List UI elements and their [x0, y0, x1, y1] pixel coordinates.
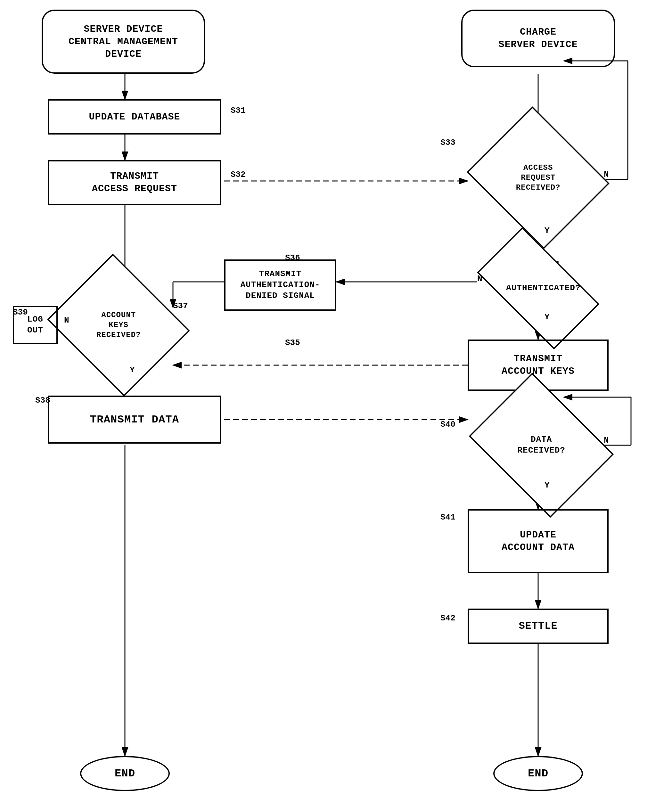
update-db-label: UPDATE DATABASE [89, 111, 180, 123]
transmit-data-node: TRANSMIT DATA [48, 395, 221, 444]
authenticated-label: AUTHENTICATED? [506, 283, 570, 294]
transmit-auth-denied-label: TRANSMIT AUTHENTICATION- DENIED SIGNAL [240, 269, 320, 301]
transmit-access-label: TRANSMIT ACCESS REQUEST [92, 170, 177, 195]
s40-label: S40 [440, 419, 455, 429]
update-account-data-label: UPDATE ACCOUNT DATA [502, 529, 575, 554]
y1-label: Y [545, 226, 550, 236]
n4-label: N [604, 436, 609, 445]
end-right-label: END [528, 767, 548, 780]
data-received-diamond: DATA RECEIVED? [469, 373, 614, 518]
n3-label: N [64, 316, 69, 325]
transmit-account-keys-label: TRANSMIT ACCOUNT KEYS [502, 353, 575, 378]
transmit-data-label: TRANSMIT DATA [90, 412, 179, 427]
account-keys-diamond: ACCOUNT KEYS RECEIVED? [47, 254, 190, 396]
y2-label: Y [545, 312, 550, 322]
transmit-access-node: TRANSMIT ACCESS REQUEST [48, 160, 221, 205]
n2-label: N [477, 274, 482, 283]
end-left-label: END [115, 767, 135, 780]
s37-label: S37 [173, 301, 188, 311]
authenticated-diamond: AUTHENTICATED? [477, 227, 599, 350]
s31-label: S31 [231, 106, 246, 115]
charge-server-label: CHARGE SERVER DEVICE [498, 26, 577, 51]
charge-server-node: CHARGE SERVER DEVICE [461, 10, 615, 67]
y3-label: Y [130, 365, 135, 375]
access-request-diamond: ACCESS REQUEST RECEIVED? [467, 106, 609, 249]
update-account-data-node: UPDATE ACCOUNT DATA [468, 509, 609, 573]
s35-label: S35 [285, 338, 300, 348]
server-device-label: SERVER DEVICE CENTRAL MANAGEMENT DEVICE [68, 23, 178, 61]
n1-label: N [604, 170, 609, 179]
data-received-label: DATA RECEIVED? [509, 434, 574, 456]
server-device-node: SERVER DEVICE CENTRAL MANAGEMENT DEVICE [42, 10, 205, 74]
s32-label: S32 [231, 170, 246, 179]
s41-label: S41 [440, 512, 455, 522]
update-db-node: UPDATE DATABASE [48, 99, 221, 134]
settle-label: SETTLE [519, 619, 557, 633]
access-request-label: ACCESS REQUEST RECEIVED? [506, 163, 570, 193]
y4-label: Y [545, 480, 550, 490]
s42-label: S42 [440, 613, 455, 623]
log-out-node: LOG OUT [13, 306, 58, 344]
end-left-node: END [80, 756, 170, 791]
transmit-auth-denied-node: TRANSMIT AUTHENTICATION- DENIED SIGNAL [224, 260, 336, 311]
end-right-node: END [493, 756, 583, 791]
s33-label: S33 [440, 138, 455, 148]
settle-node: SETTLE [468, 609, 609, 644]
account-keys-label: ACCOUNT KEYS RECEIVED? [87, 310, 151, 340]
log-out-label: LOG OUT [27, 314, 43, 336]
